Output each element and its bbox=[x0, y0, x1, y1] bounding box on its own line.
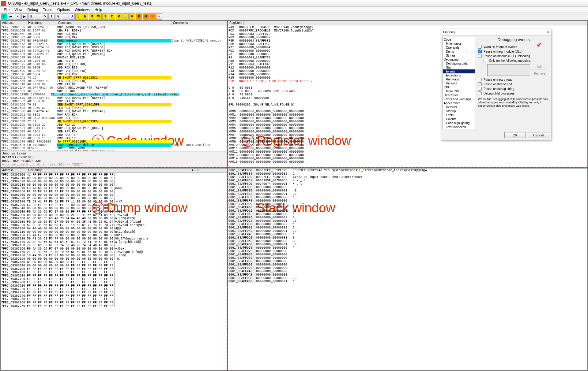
code-row[interactable]: 7FF7_693615FE0F114424 60MOVUPS DQWORD PT… bbox=[1, 150, 227, 151]
tbtn-traceover[interactable]: ↯ bbox=[55, 13, 61, 20]
code-row[interactable]: 7FF7_693615BD48:8B4424 58MOV RAX,QWORD P… bbox=[1, 96, 227, 100]
tbtn-t[interactable]: T bbox=[102, 13, 108, 20]
stack-row[interactable]: 0061_88AFF92000000000_000000333 bbox=[228, 216, 587, 219]
tbtn-m[interactable]: M bbox=[89, 13, 95, 20]
stack-row[interactable]: 0061_88AFF8F000000000_00000000* bbox=[228, 196, 587, 199]
dump-row[interactable]: 7FF7_69367170|2E 3F 41 56 74 79 70 65 5F… bbox=[1, 250, 227, 254]
dump-row[interactable]: 7FF7_69367260|FF FF FF FF FF FF FF FF FF… bbox=[1, 301, 227, 304]
tree-item-hit-trace[interactable]: Hit trace bbox=[443, 81, 475, 85]
dump-row[interactable]: 7FF7_69367040|F0 4A 69 7A F4 65 00 00 00… bbox=[1, 187, 227, 190]
tbtn-open[interactable]: C bbox=[1, 13, 7, 20]
dump-row[interactable]: 7FF7_69367070|01 00 00 00 00 00 00 00 00… bbox=[1, 197, 227, 200]
dump-body[interactable]: 7FF7_69367000|41 FF FF FF FF FF FF FF FF… bbox=[1, 173, 227, 370]
stack-row[interactable]: 0061_88AFF8C000007FF7_69361A00≡≡6i∩ ex_i… bbox=[228, 176, 587, 179]
stack-row[interactable]: 0061_88AFF8B000007FFC_EF5CFC7B≡OFFSET MS… bbox=[228, 169, 587, 172]
code-row[interactable]: 7FF7_693615E148:8B49 F8MOV RCX,QWORD PTR… bbox=[1, 127, 227, 130]
tbtn-dots[interactable]: … bbox=[123, 13, 129, 20]
dump-row[interactable]: 7FF7_693670E0|F0 4A 36 69 F7 07 00 00 64… bbox=[1, 220, 227, 224]
stack-pane[interactable]: 0061_88AFF8B000007FFC_EF5CFC7B≡OFFSET MS… bbox=[228, 168, 587, 370]
code-row[interactable]: 7FF7_693615EC48:83F8 1FCMP RAX,1F bbox=[1, 137, 227, 140]
code-row[interactable]: 7FF7_6936158448:8D4C24 40LEA RCX,QWORD P… bbox=[1, 49, 227, 53]
dump-row[interactable]: 7FF7_693671F0|FF FF FF FF FF FF FF FF FF… bbox=[1, 277, 227, 281]
code-row[interactable]: 7FF7_6936157248:8BC8MOV RCX,RAX bbox=[1, 36, 227, 39]
chk-pause-new-module[interactable]: Pause on new module (DLL) bbox=[478, 50, 549, 53]
stack-row[interactable]: 0061_88AFF8D000740074_00000001• u t bbox=[228, 182, 587, 186]
stack-row[interactable]: 0061_88AFF96000000000_00000001.0 bbox=[228, 243, 587, 246]
stack-row[interactable]: 0061_88AFF96800000000_00000000* bbox=[228, 246, 587, 250]
code-row[interactable]: 7FF7_6936158948:894C24 10MOV RCX,QWORD P… bbox=[1, 53, 227, 56]
chk-pause-new-thread[interactable]: Pause on new thread bbox=[478, 78, 549, 81]
code-row[interactable]: 7FF7_693615C848:8D50 01LEA RDX,[RAX+1] bbox=[1, 106, 227, 110]
stack-row[interactable]: 0061_88AFF99800000000_00000000 bbox=[228, 266, 587, 270]
ok-button[interactable]: OK bbox=[504, 132, 526, 138]
tbtn-l[interactable]: L bbox=[75, 13, 81, 20]
dump-row[interactable]: 7FF7_69367270|FF FF FF FF FF FF FF FF FF… bbox=[1, 304, 227, 308]
dump-row[interactable]: 7FF7_69367130|50 43 36 63 F7 7F 00 00 00… bbox=[1, 237, 227, 240]
tree-item-cpu[interactable]: CPU bbox=[443, 85, 475, 89]
code-row[interactable]: 7FF7_693615A648:8D5424 40LEA RDX,[RSP+40… bbox=[1, 80, 227, 83]
tbtn-traceinto[interactable]: ↧ bbox=[48, 13, 55, 20]
code-row[interactable]: 7FF7_693615B8E8 58700000CALL std::basic_… bbox=[1, 93, 227, 96]
tbtn-k[interactable]: K bbox=[129, 13, 135, 20]
stack-row[interactable]: 0061_88AFF9B000000000_00000000.0 bbox=[228, 276, 587, 280]
options-dialog[interactable]: Options × CodeMnemonicsOperandsDumpStrin… bbox=[441, 29, 551, 140]
stack-row[interactable]: 0061_88AFF90000000000_000000022 bbox=[228, 202, 587, 206]
code-row[interactable]: 7FF7_693615DD48:83C2 27ADD RDX,27 bbox=[1, 123, 227, 127]
stack-row[interactable]: 0061_88AFF9A800000000_00000001 bbox=[228, 273, 587, 276]
tree-item-errors-and-warnings[interactable]: Errors and warnings bbox=[443, 97, 475, 101]
tbtn-e[interactable]: E bbox=[82, 13, 88, 20]
dump-row[interactable]: 7FF7_693671A0|01 00 00 00 0A 00 00 00 FF… bbox=[1, 261, 227, 264]
chk-pause-thread-end[interactable]: Pause on thread end bbox=[478, 82, 549, 86]
code-row[interactable]: 7FF7_6936159548:8D4D 60ADD RCX,[RBP+60] bbox=[1, 63, 227, 66]
tbtn-stepinto[interactable]: ↓ bbox=[35, 13, 41, 20]
stack-row[interactable]: 0061_88AFF91000000000_00000000.0 bbox=[228, 209, 587, 213]
code-row[interactable]: 7FF7_693615D148:8BC1MOV RAX,RCX bbox=[1, 113, 227, 117]
code-row[interactable]: 7FF7_693615F00F87 F4020000JA 7FF7_693618… bbox=[1, 140, 227, 143]
dump-row[interactable]: 7FF7_69367200|FF FF FF FF FF FF FF FF FF… bbox=[1, 281, 227, 284]
code-row[interactable]: 7FF7_693615B54C:8BC7MOV R8,RDI bbox=[1, 90, 227, 93]
stack-row[interactable]: 0061_88AFF99000000000_00000000 bbox=[228, 263, 587, 266]
code-row[interactable]: 7FF7_693615DB72 19JB SHORT 7FF7_693615F6 bbox=[1, 120, 227, 123]
dump-row[interactable]: 7FF7_69367160|F0 4A 36 69 F7 07 00 00 00… bbox=[1, 247, 227, 250]
dump-row[interactable]: 7FF7_69367250|FF FF FF FF FF FF FF FF FF… bbox=[1, 298, 227, 301]
code-row[interactable]: 7FF7_6936157A48:8B4424 58MOV RAX,QWORD P… bbox=[1, 43, 227, 46]
dump-pane[interactable]: Address Hex dump ASCII 7FF7_69367000|41 … bbox=[1, 168, 227, 370]
stack-row[interactable]: 0061_88AFF95800000000_000000033 bbox=[228, 239, 587, 243]
code-row[interactable]: 7FF7_693615D448:81FA 0010000CMP RDX,1000 bbox=[1, 117, 227, 120]
dump-row[interactable]: 7FF7_693670B0|F0 4A 36 69 F7 07 00 00 FF… bbox=[1, 210, 227, 213]
dump-row[interactable]: 7FF7_69367050|FF FF FF FF FF FF FF FF 00… bbox=[1, 190, 227, 193]
code-row[interactable]: 7FF7_693615AF48:0F475424 40CMOVA RDX,QWO… bbox=[1, 86, 227, 90]
menu-view[interactable]: View bbox=[12, 7, 25, 13]
stack-row[interactable]: 0061_88AFF8C80006905F_00700065e x _ i bbox=[228, 179, 587, 182]
dump-row[interactable]: 7FF7_69367230|FF FF FF FF FF FF FF FF FF… bbox=[1, 291, 227, 294]
code-pane[interactable]: Address Hex dump Command Comments 7FF7_6… bbox=[1, 21, 227, 168]
tbtn-c[interactable]: C bbox=[109, 13, 115, 20]
tree-item-text-to-speech[interactable]: Text-to-speech bbox=[443, 125, 475, 129]
tbtn-pause[interactable]: ⏸ bbox=[28, 13, 34, 20]
tree-item-exceptions[interactable]: Exceptions bbox=[443, 73, 475, 77]
code-row[interactable]: 7FF7_6936156B4C:8D47 01LEA R8,[RDI+1] bbox=[1, 29, 227, 32]
tree-item-dump[interactable]: Dump bbox=[443, 50, 475, 54]
dump-row[interactable]: 7FF7_69367110|00 00 00 00 00 00 00 00 00… bbox=[1, 230, 227, 234]
dump-row[interactable]: 7FF7_69367030|00 00 00 00 00 00 00 00 00… bbox=[1, 183, 227, 187]
dump-row[interactable]: 7FF7_693670C0|00 00 00 00 00 00 00 00 2E… bbox=[1, 213, 227, 217]
tree-item-start[interactable]: Start bbox=[443, 65, 475, 69]
tbtn-rewind[interactable]: ⏮ bbox=[8, 13, 14, 20]
dump-row[interactable]: 7FF7_69367010|00 00 00 00 00 00 00 00 00… bbox=[1, 176, 227, 180]
dump-row[interactable]: 7FF7_693671C0|FF FF FF FF FF FF FF FF FF… bbox=[1, 267, 227, 271]
code-row[interactable]: 7FF7_693615FB0F57C0XORPS XMM0,XMM0 bbox=[1, 147, 227, 150]
dump-row[interactable]: 7FF7_69367100|64 40 40 00 00 00 00 00 00… bbox=[1, 227, 227, 230]
remove-button[interactable]: Remove bbox=[532, 71, 547, 76]
dump-row[interactable]: 7FF7_69367090|EC FF FF FF FF FF FF FF 00… bbox=[1, 203, 227, 207]
cancel-button[interactable]: Cancel bbox=[528, 132, 549, 138]
code-row[interactable]: 7FF7_693615C248:83F8 0FCMP RAX,0F bbox=[1, 100, 227, 103]
tree-item-fonts[interactable]: Fonts bbox=[443, 113, 475, 117]
tree-item-defaults[interactable]: Defaults bbox=[443, 105, 475, 109]
stack-row[interactable]: 0061_88AFF97800000000_00000000 bbox=[228, 253, 587, 256]
tree-item-appearance[interactable]: Appearance bbox=[443, 101, 475, 105]
code-row[interactable]: 7FF7_6936159E48:3BCACMP RCX,RDX bbox=[1, 73, 227, 76]
dump-row[interactable]: 7FF7_69367240|FF FF FF FF FF FF FF FF FF… bbox=[1, 294, 227, 298]
dump-row[interactable]: 7FF7_693671B0|00 00 00 00 00 00 00 00 FF… bbox=[1, 264, 227, 267]
dump-row[interactable]: 7FF7_69367210|FF FF FF FF FF FF FF FF FF… bbox=[1, 284, 227, 288]
stack-row[interactable]: 0061_88AFF93000000000_00000000* bbox=[228, 223, 587, 226]
